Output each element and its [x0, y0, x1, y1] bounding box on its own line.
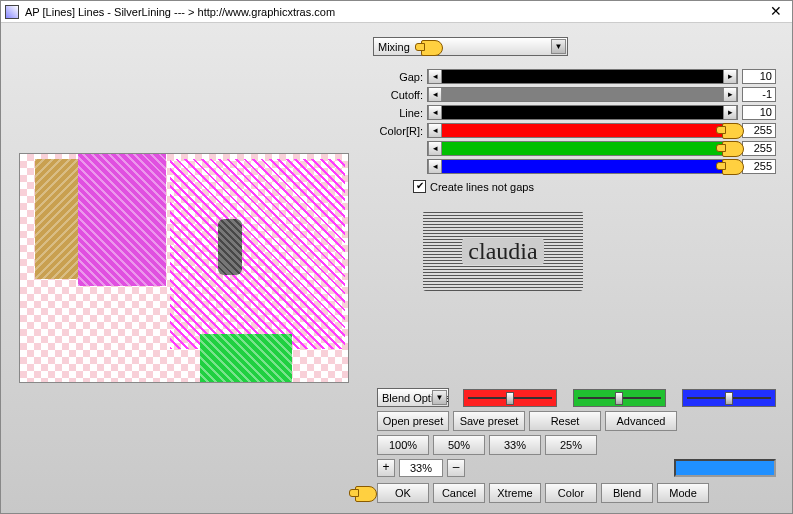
slider-thumb[interactable]: [615, 392, 623, 405]
cutoff-value[interactable]: -1: [742, 87, 776, 102]
color-button[interactable]: Color: [545, 483, 597, 503]
zoom-value[interactable]: 33%: [399, 459, 443, 477]
slider-thumb[interactable]: [725, 392, 733, 405]
claudia-text: claudia: [462, 238, 543, 265]
dialog-body: Mixing ▼ Gap: ◂ ▸ 10 Cutoff: ◂: [1, 23, 792, 513]
blend-button[interactable]: Blend: [601, 483, 653, 503]
arrow-left-icon[interactable]: ◂: [428, 106, 442, 119]
xtreme-button[interactable]: Xtreme: [489, 483, 541, 503]
cutoff-slider[interactable]: ◂ ▸: [427, 87, 738, 102]
shape-pink: [170, 159, 345, 349]
preset-row: Open preset Save preset Reset Advanced: [377, 411, 776, 431]
arrow-right-icon[interactable]: ▸: [723, 106, 737, 119]
color-swatch[interactable]: [674, 459, 776, 477]
open-preset-button[interactable]: Open preset: [377, 411, 449, 431]
zoom-row: + 33% –: [377, 459, 776, 477]
arrow-right-icon[interactable]: ▸: [723, 70, 737, 83]
color-r-value[interactable]: 255: [742, 123, 776, 138]
close-button[interactable]: ✕: [764, 3, 788, 21]
arrow-left-icon[interactable]: ◂: [428, 88, 442, 101]
create-lines-checkbox[interactable]: ✔: [413, 180, 426, 193]
color-b-value[interactable]: 255: [742, 159, 776, 174]
line-label: Line:: [373, 107, 427, 119]
color-r-label: Color[R]:: [373, 125, 427, 137]
shape-green: [200, 334, 292, 383]
arrow-left-icon[interactable]: ◂: [428, 70, 442, 83]
cutoff-label: Cutoff:: [373, 89, 427, 101]
color-b-row: ◂ ▸ 255: [373, 158, 776, 175]
pointer-cursor-icon: [716, 156, 744, 176]
gap-slider[interactable]: ◂ ▸: [427, 69, 738, 84]
50pct-button[interactable]: 50%: [433, 435, 485, 455]
color-r-slider[interactable]: ◂ ▸: [427, 123, 738, 138]
percent-row: 100% 50% 33% 25%: [377, 435, 776, 455]
line-value[interactable]: 10: [742, 105, 776, 120]
mixing-combo-label: Mixing: [378, 41, 410, 53]
create-lines-label: Create lines not gaps: [430, 181, 534, 193]
gap-row: Gap: ◂ ▸ 10: [373, 68, 776, 85]
rgb-g-slider[interactable]: [573, 389, 667, 407]
gap-label: Gap:: [373, 71, 427, 83]
mode-button[interactable]: Mode: [657, 483, 709, 503]
shape-grey: [218, 219, 242, 275]
33pct-button[interactable]: 33%: [489, 435, 541, 455]
zoom-plus-button[interactable]: +: [377, 459, 395, 477]
color-b-slider[interactable]: ◂ ▸: [427, 159, 738, 174]
dialog-buttons-row: OK Cancel Xtreme Color Blend Mode: [377, 483, 776, 503]
ok-button[interactable]: OK: [377, 483, 429, 503]
color-g-row: ◂ ▸ 255: [373, 140, 776, 157]
arrow-right-icon[interactable]: ▸: [723, 88, 737, 101]
chevron-down-icon: ▼: [432, 390, 447, 405]
blend-options-combo[interactable]: Blend Options ▼: [377, 388, 449, 407]
create-lines-row: ✔ Create lines not gaps: [413, 180, 776, 193]
advanced-button[interactable]: Advanced: [605, 411, 677, 431]
claudia-banner: claudia: [423, 211, 583, 291]
reset-button[interactable]: Reset: [529, 411, 601, 431]
pointer-cursor-icon: [716, 120, 744, 140]
mixing-combo[interactable]: Mixing ▼: [373, 37, 568, 56]
blend-options-row: Blend Options ▼: [377, 388, 776, 407]
titlebar: AP [Lines] Lines - SilverLining --- > ht…: [1, 1, 792, 23]
pointer-cursor-icon: [349, 483, 377, 503]
arrow-left-icon[interactable]: ◂: [428, 160, 442, 173]
save-preset-button[interactable]: Save preset: [453, 411, 525, 431]
arrow-left-icon[interactable]: ◂: [428, 142, 442, 155]
line-row: Line: ◂ ▸ 10: [373, 104, 776, 121]
color-r-row: Color[R]: ◂ ▸ 255: [373, 122, 776, 139]
pointer-cursor-icon: [415, 37, 443, 57]
pointer-cursor-icon: [716, 138, 744, 158]
rgb-b-slider[interactable]: [682, 389, 776, 407]
zoom-minus-button[interactable]: –: [447, 459, 465, 477]
chevron-down-icon: ▼: [551, 39, 566, 54]
preview-canvas: [19, 153, 349, 383]
app-icon: [5, 5, 19, 19]
25pct-button[interactable]: 25%: [545, 435, 597, 455]
cancel-button[interactable]: Cancel: [433, 483, 485, 503]
slider-thumb[interactable]: [506, 392, 514, 405]
shape-magenta: [78, 154, 166, 286]
gap-value[interactable]: 10: [742, 69, 776, 84]
100pct-button[interactable]: 100%: [377, 435, 429, 455]
dialog-window: AP [Lines] Lines - SilverLining --- > ht…: [0, 0, 793, 514]
color-g-slider[interactable]: ◂ ▸: [427, 141, 738, 156]
bottom-controls: Blend Options ▼ Open preset Save preset …: [377, 388, 776, 507]
preview-pane: [5, 27, 365, 509]
line-slider[interactable]: ◂ ▸: [427, 105, 738, 120]
color-g-value[interactable]: 255: [742, 141, 776, 156]
rgb-r-slider[interactable]: [463, 389, 557, 407]
window-title: AP [Lines] Lines - SilverLining --- > ht…: [25, 6, 764, 18]
arrow-left-icon[interactable]: ◂: [428, 124, 442, 137]
cutoff-row: Cutoff: ◂ ▸ -1: [373, 86, 776, 103]
